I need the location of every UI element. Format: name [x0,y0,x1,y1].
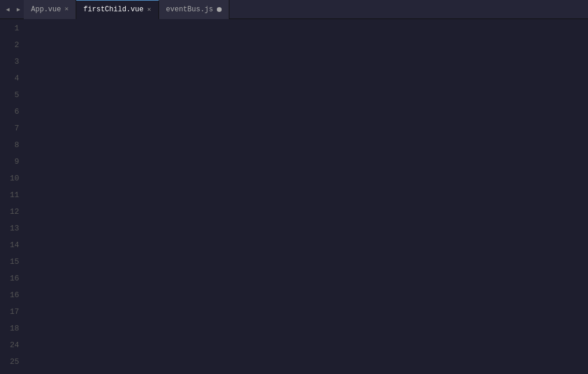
line-num: 9 [7,154,19,170]
tab-label: App.vue [31,5,61,14]
line-num: 15 [7,254,19,270]
tab-label: eventBus.js [166,5,213,14]
line-num: 4 [7,70,19,87]
close-icon[interactable]: ✕ [64,6,69,13]
tab-label: firstChild.vue [83,5,144,14]
line-num: 25 [7,354,19,370]
line-num: 24 [7,337,19,354]
dot-icon [217,7,222,12]
line-num: 11 [7,187,19,204]
arrow-left-icon[interactable]: ◀ [2,6,13,13]
line-num: 8 [7,137,19,154]
line-num: 12 [7,204,19,220]
line-num: 16 [7,270,19,287]
line-num: 10 [7,170,19,187]
tab-bar: ◀ ▶ App.vue ✕ firstChild.vue ✕ eventBus.… [0,0,588,19]
line-num: 1 [7,20,19,37]
tab-firstchild-vue[interactable]: firstChild.vue ✕ [76,0,158,19]
line-num: 14 [7,237,19,254]
editor-container: ◀ ▶ App.vue ✕ firstChild.vue ✕ eventBus.… [0,0,588,374]
line-num: 16 [7,287,19,304]
tab-app-vue[interactable]: App.vue ✕ [24,0,76,19]
line-num: 18 [7,320,19,337]
tab-eventbus-js[interactable]: eventBus.js [159,0,229,19]
code-content [26,19,588,374]
line-num: 17 [7,304,19,320]
line-num: 6 [7,104,19,120]
code-area: 123456789101112131415161617182425 [0,19,588,374]
line-num: 5 [7,87,19,104]
line-num: 7 [7,120,19,137]
line-num: 13 [7,220,19,237]
line-numbers: 123456789101112131415161617182425 [0,19,26,374]
arrow-right-icon[interactable]: ▶ [13,6,24,13]
close-icon[interactable]: ✕ [147,7,151,13]
line-num: 3 [7,54,19,70]
line-num: 2 [7,37,19,54]
